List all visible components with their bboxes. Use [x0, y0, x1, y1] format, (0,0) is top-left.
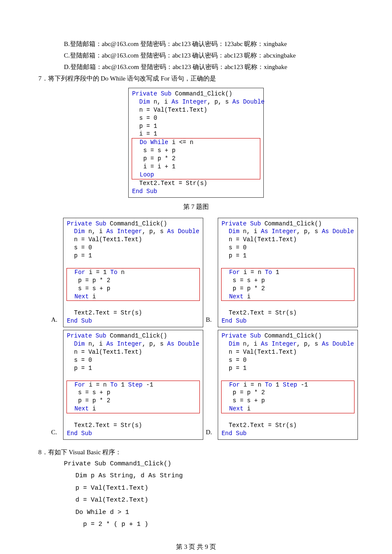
- option-d-text: D.登陆邮箱：abc@163.com 登陆密码：abc123 确认密码：abc1…: [38, 61, 354, 73]
- q7-row-cd: C. Private Sub Command1_Click() Dim n, i…: [38, 330, 354, 440]
- red-highlight-a: For i = 1 To n p = p * 2 s = s + p Next …: [66, 268, 200, 301]
- option-a-code: Private Sub Command1_Click() Dim n, i As…: [63, 218, 203, 328]
- question-8-code: Private Sub Command1_Click() Dim p As St…: [38, 458, 354, 531]
- option-d-code: Private Sub Command1_Click() Dim n, i As…: [218, 330, 358, 440]
- option-c-label: C.: [51, 427, 61, 440]
- option-b-label: B.: [206, 314, 215, 327]
- option-a-label: A.: [51, 314, 61, 327]
- page-content: B.登陆邮箱：abc@163.com 登陆密码：abc123 确认密码：123a…: [0, 0, 392, 554]
- option-c-text: C.登陆邮箱：abc@163.com 登陆密码：abc123 确认密码：abc1…: [38, 50, 354, 61]
- q7-caption: 第 7 题图: [38, 201, 354, 213]
- q7-row-ab: A. Private Sub Command1_Click() Dim n, i…: [38, 218, 354, 328]
- option-b-code: Private Sub Command1_Click() Dim n, i As…: [218, 218, 358, 328]
- red-highlight-c: For i = n To 1 Step -1 s = s + p p = p *…: [66, 381, 200, 414]
- red-highlight-d: For i = n To 1 Step -1 p = p * 2 s = s +…: [221, 381, 355, 414]
- q7-main-code: Private Sub Command1_Click() Dim n, i As…: [128, 88, 264, 198]
- page-footer: 第 3 页 共 9 页: [38, 541, 354, 553]
- question-7-stem: 7．将下列程序段中的 Do While 语句改写成 For 语句，正确的是: [38, 73, 354, 84]
- option-b-text: B.登陆邮箱：abc@163.com 登陆密码：abc123 确认密码：123a…: [38, 38, 354, 50]
- red-highlight-main: Do While i <= n s = s + p p = p * 2 i = …: [132, 138, 260, 179]
- option-c-code: Private Sub Command1_Click() Dim n, i As…: [63, 330, 203, 440]
- option-d-label: D.: [206, 427, 215, 440]
- question-8-stem: 8．有如下 Visual Basic 程序：: [38, 447, 354, 458]
- red-highlight-b: For i = n To 1 s = s + p p = p * 2 Next …: [221, 268, 355, 301]
